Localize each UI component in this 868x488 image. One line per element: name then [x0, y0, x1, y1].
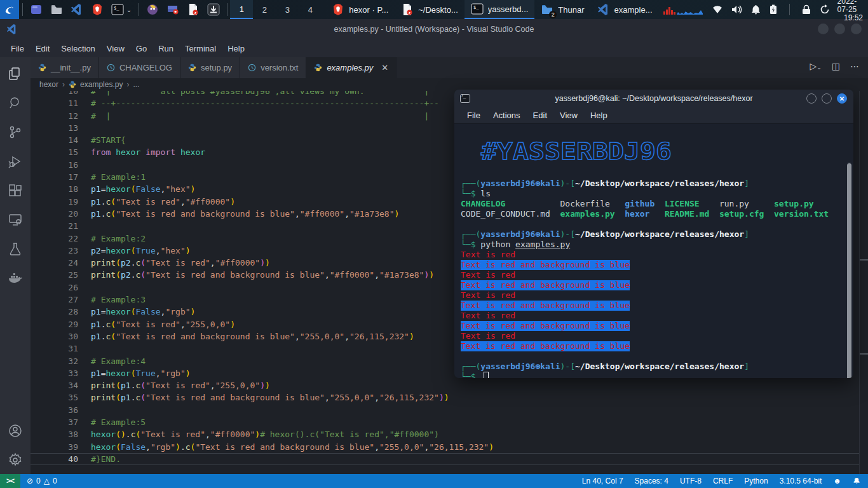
launcher-downloads[interactable] — [203, 0, 224, 19]
launcher-text-editor[interactable] — [183, 0, 203, 19]
menu-help[interactable]: Help — [222, 44, 250, 53]
problems-status[interactable]: ⊘0 △0 — [20, 477, 64, 485]
minimize-button[interactable] — [818, 24, 829, 34]
workspace-button-4[interactable]: 4 — [299, 0, 322, 19]
terminal-menu-file[interactable]: File — [461, 111, 487, 120]
taskbar-window-yasserbd-[interactable]: $_yasserbd... — [465, 0, 535, 19]
settings-gear-icon[interactable] — [8, 452, 23, 468]
status-item-0[interactable]: Ln 40, Col 7 — [582, 477, 623, 485]
taskbar-window-hexor-p-[interactable]: hexor · P... — [325, 0, 395, 19]
terminal-menu-help[interactable]: Help — [584, 111, 614, 120]
system-monitor-graph[interactable] — [659, 0, 707, 19]
chevron-down-icon[interactable]: ⌄ — [126, 6, 132, 13]
tab-setup-py[interactable]: setup.py — [180, 57, 240, 78]
menu-go[interactable]: Go — [130, 44, 153, 53]
menu-file[interactable]: File — [5, 44, 30, 53]
split-editor-button[interactable]: ◫ — [832, 61, 840, 71]
launcher-brave[interactable] — [87, 0, 107, 19]
terminal-close-button[interactable]: ✕ — [837, 93, 847, 104]
update-globe-icon[interactable] — [820, 4, 830, 15]
editor-line-36[interactable]: 36 — [31, 404, 868, 416]
explorer-icon[interactable] — [8, 66, 23, 81]
status-item-4[interactable]: Python — [744, 477, 768, 485]
terminal-menu-view[interactable]: View — [553, 111, 584, 120]
tab-version-txt[interactable]: version.txt — [240, 57, 306, 78]
source-control-icon[interactable] — [8, 125, 23, 140]
launcher-screen-share[interactable] — [163, 0, 183, 19]
editor-scrollbar[interactable] — [859, 91, 868, 474]
vscode-titlebar[interactable]: examples.py - Untitled (Workspace) - Vis… — [0, 19, 868, 39]
testing-flask-icon[interactable] — [8, 241, 23, 257]
prompt-line-2: └─$ python examples.py — [461, 240, 847, 250]
feedback-icon[interactable]: ☻ — [833, 477, 841, 485]
terminal-body[interactable]: #YASSERBDJ96 ┌──(yasserbdj96⊛kali)-[~/De… — [454, 124, 853, 378]
status-item-2[interactable]: UTF-8 — [680, 477, 702, 485]
maximize-button[interactable] — [834, 24, 845, 34]
more-actions-button[interactable]: ⋯ — [850, 61, 859, 71]
prompt-line-1: ┌──(yasserbdj96⊛kali)-[~/Desktop/workspa… — [461, 179, 847, 189]
taskbar-window-thunar[interactable]: 2Thunar — [534, 0, 590, 19]
terminal-minimize-button[interactable] — [806, 93, 817, 104]
editor-line-37[interactable]: 37# Example:5 — [31, 416, 868, 428]
editor-line-39[interactable]: 39hexor(False,"rgb").c("Text is red and … — [31, 441, 868, 453]
docker-icon[interactable] — [8, 271, 23, 286]
remote-indicator[interactable]: >< — [0, 474, 20, 488]
status-item-1[interactable]: Spaces: 4 — [635, 477, 668, 485]
launcher-gimp[interactable] — [142, 0, 163, 19]
menu-edit[interactable]: Edit — [30, 44, 55, 53]
notifications-bell-icon[interactable] — [751, 4, 761, 15]
taskbar-window-example-[interactable]: example... — [591, 0, 659, 19]
lock-icon[interactable] — [802, 4, 811, 15]
tab-changelog[interactable]: CHANGELOG — [99, 57, 180, 78]
menu-terminal[interactable]: Terminal — [179, 44, 222, 53]
extensions-icon[interactable] — [8, 183, 23, 198]
python-icon — [188, 64, 196, 72]
launcher-window-buttons[interactable] — [26, 0, 46, 19]
editor-line-35[interactable]: 35print(p1.c("Text is red and background… — [31, 391, 868, 403]
workspace-button-2[interactable]: 2 — [253, 0, 276, 19]
launcher-vscode[interactable] — [67, 0, 87, 19]
launcher-file-manager[interactable] — [46, 0, 67, 19]
taskbar-window--deskto-[interactable]: ~/Deskto... — [395, 0, 465, 19]
code-text: print(p1.c("Text is red and background i… — [91, 391, 868, 403]
menu-run[interactable]: Run — [153, 44, 179, 53]
volume-icon[interactable] — [731, 4, 742, 15]
tab--init-py[interactable]: __init__.py — [31, 57, 99, 78]
line-number: 39 — [31, 441, 91, 453]
tab-close-icon[interactable]: ✕ — [381, 63, 388, 72]
wifi-icon[interactable] — [712, 4, 722, 15]
kali-menu-button[interactable] — [0, 0, 19, 19]
taskbar-clock[interactable]: 2022-07-25 19:52 — [835, 0, 868, 19]
terminal-maximize-button[interactable] — [822, 93, 832, 104]
run-debug-icon[interactable] — [8, 154, 23, 169]
editor-line-34[interactable]: 34print(p1.c("Text is red","255,0,0")) — [31, 379, 868, 391]
search-icon[interactable] — [8, 95, 23, 111]
close-button[interactable] — [851, 24, 862, 34]
notifications-status-icon[interactable]: 🔔︎ — [853, 477, 860, 485]
breadcrumb-item[interactable]: examples.py — [80, 80, 123, 89]
terminal-menu-edit[interactable]: Edit — [527, 111, 553, 120]
terminal-scrollbar-handle[interactable] — [847, 163, 851, 378]
hexor-output-line: Text is red and background is blue — [461, 301, 847, 311]
window-list: hexor · P...~/Deskto...$_yasserbd...2Thu… — [325, 0, 658, 19]
editor-line-40[interactable]: 40#}END. — [31, 453, 868, 465]
workspace-button-1[interactable]: 1 — [230, 0, 253, 19]
launcher-terminal[interactable]: $_ ⌄ — [107, 0, 135, 19]
remote-explorer-icon[interactable] — [8, 212, 23, 227]
menu-view[interactable]: View — [101, 44, 130, 53]
tab-examples-py[interactable]: examples.py✕ — [306, 57, 397, 78]
breadcrumb-item[interactable]: ... — [133, 80, 139, 89]
status-item-3[interactable]: CRLF — [713, 477, 733, 485]
ls-entry: examples.py — [560, 209, 625, 219]
accounts-icon[interactable] — [8, 423, 23, 438]
editor-line-38[interactable]: 38hexor().c("Text is red","#ff0000")# he… — [31, 428, 868, 440]
terminal-menu-actions[interactable]: Actions — [487, 111, 527, 120]
terminal-titlebar[interactable]: yasserbdj96@kali: ~/Desktop/workspace/re… — [454, 90, 853, 107]
run-python-file-button[interactable]: ▷⌄ — [810, 61, 821, 71]
menu-selection[interactable]: Selection — [55, 44, 100, 53]
breadcrumb-item[interactable]: hexor — [39, 80, 58, 89]
window-label: example... — [614, 5, 653, 15]
battery-icon[interactable] — [770, 4, 777, 15]
status-item-5[interactable]: 3.10.5 64-bit — [780, 477, 822, 485]
workspace-button-3[interactable]: 3 — [276, 0, 299, 19]
